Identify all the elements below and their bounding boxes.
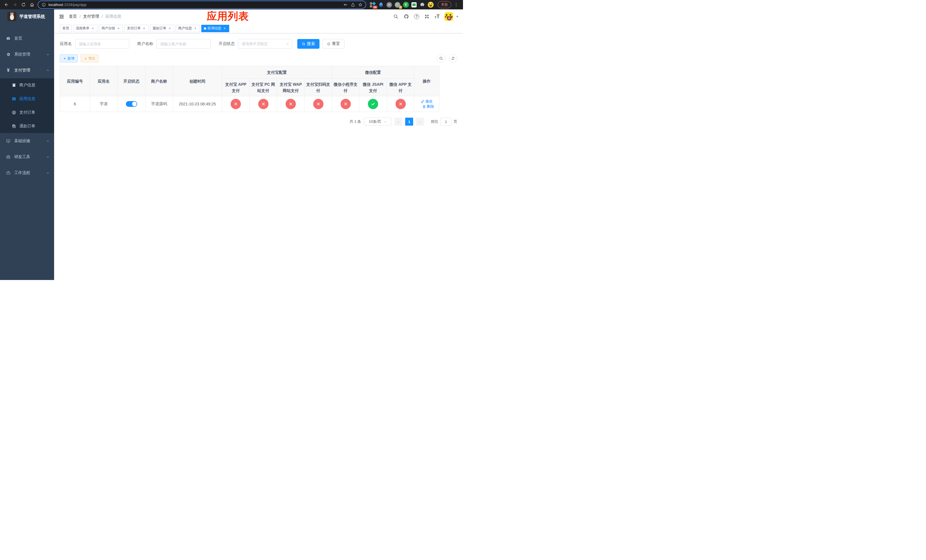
url-bar[interactable]: localhost:1024/pay/app [38,1,366,8]
browser-home-icon[interactable] [28,1,36,9]
col-header-alipay-wap: 支付宝 WAP 网站支付 [277,79,305,96]
next-page-button[interactable]: › [416,118,424,126]
tab-user-group[interactable]: 用户分组× [99,25,123,32]
font-size-icon[interactable]: TT [434,14,440,19]
fullscreen-icon[interactable] [424,14,430,20]
status-toggle[interactable] [126,101,137,107]
merchant-name-input[interactable] [157,39,211,49]
sidebar-item-payment[interactable]: ¥ 支付管理 [0,62,54,78]
pagination: 共 1 条 10条/页 ‹ 1 › 前往 页 [60,118,457,126]
trash-icon [422,105,426,109]
share-icon[interactable] [350,2,356,8]
close-icon[interactable]: × [193,26,197,30]
prev-page-button[interactable]: ‹ [394,118,402,126]
browser-reload-icon[interactable] [20,1,27,9]
yen-icon: ¥ [6,68,11,73]
close-icon[interactable]: × [142,26,146,30]
help-icon[interactable]: ? [414,14,419,19]
password-key-icon[interactable] [343,2,348,8]
tab-app-info[interactable]: 应用信息× [201,25,229,32]
search-button[interactable]: 搜索 [297,39,319,49]
page-number-button[interactable]: 1 [405,118,413,126]
user-avatar[interactable] [445,12,453,21]
browser-update-button[interactable]: 更新 [438,1,451,8]
close-icon[interactable]: × [91,26,95,30]
briefcase-icon [6,170,11,176]
page-content: 应用名 商户名称 开启状态 请选择开启状态 搜索 重置 [54,33,463,280]
col-header-wx-app: 微信 APP 支付 [387,79,414,96]
github-icon[interactable] [404,14,409,20]
chevron-down-icon [286,42,289,45]
refresh-icon [451,56,455,61]
col-group-alipay: 支付宝配置 [222,66,332,79]
sidebar-collapse-icon[interactable] [59,14,65,20]
sidebar-item-pay-order[interactable]: 支付订单 [0,106,54,120]
tab-home[interactable]: 首页 [60,25,72,32]
annotation-title: 应用列表 [207,10,249,23]
sidebar-item-dev-tools[interactable]: 研发工具 [0,149,54,165]
browser-back-icon[interactable] [2,1,10,9]
show-search-button[interactable] [437,54,445,63]
col-header-merchant: 商户名称 [145,66,173,96]
table-toolbar: 新增 导出 [60,54,457,63]
tab-merchant-info[interactable]: 商户信息× [176,25,200,32]
breadcrumb-payment[interactable]: 支付管理 [83,14,99,19]
sidebar-item-merchant-info[interactable]: 商户信息 [0,78,54,92]
status-select[interactable]: 请选择开启状态 [238,39,292,49]
reset-button[interactable]: 重置 [322,39,345,49]
close-icon[interactable]: × [168,26,172,30]
close-icon[interactable]: × [117,26,121,30]
app-name-label: 应用名 [60,41,72,47]
user-menu-caret-icon[interactable] [456,16,458,17]
extension-y-icon[interactable]: Y [402,2,409,8]
edit-button[interactable]: 修改 [421,99,433,104]
cell-created: 2021-10-23 08:49:25 [173,96,222,112]
breadcrumb-home[interactable]: 首页 [69,14,77,19]
page-size-select[interactable]: 10条/页 [364,118,392,126]
search-icon[interactable] [393,14,399,20]
merchant-name-label: 商户名称 [137,41,153,47]
close-icon[interactable]: × [223,26,227,30]
tab-process-form[interactable]: 流程表单× [73,25,97,32]
col-header-created: 创建时间 [173,66,222,96]
pagination-total: 共 1 条 [350,119,361,124]
extension-command-icon[interactable]: ⌘ [386,2,392,8]
chevron-down-icon [384,120,387,123]
extension-chat-icon[interactable] [411,2,417,8]
extensions-puzzle-icon[interactable] [419,2,425,8]
site-info-icon[interactable] [41,2,46,8]
cell-app-name: 芋道 [90,96,118,112]
sidebar-item-refund-order[interactable]: 退款订单 [0,120,54,133]
sidebar-item-workflow[interactable]: 工作流程 [0,165,54,181]
goto-page-input[interactable] [440,118,451,126]
extension-blocks-icon[interactable]: 10 [369,2,376,8]
app-name-input[interactable] [75,39,129,49]
col-header-actions: 操作 [414,66,439,96]
extension-badge: 10 [373,6,377,9]
extension-balloon-icon[interactable] [378,2,384,8]
tab-refund-order[interactable]: 退款订单× [150,25,174,32]
monitor-icon [6,138,11,144]
sidebar-item-app-info[interactable]: 应用信息 [0,92,54,106]
plus-icon [63,57,67,60]
browser-forward-icon[interactable] [11,1,19,9]
extension-recorder-icon[interactable]: 1 [394,2,401,8]
extensions-area: 10 ⌘ 1 Y [369,2,434,8]
tab-pay-order[interactable]: 支付订单× [124,25,149,32]
add-button[interactable]: 新增 [60,54,78,62]
profile-avatar-icon[interactable] [427,2,434,8]
browser-menu-icon[interactable]: ⋮ [454,2,459,8]
sidebar-item-system[interactable]: 系统管理 [0,47,54,62]
sidebar-item-infrastructure[interactable]: 基础设施 [0,133,54,149]
delete-button[interactable]: 删除 [422,104,434,109]
goto-label: 前往 [431,119,438,124]
status-label: 开启状态 [219,41,235,47]
chevron-down-icon [46,53,50,56]
disabled-cross-icon [231,99,241,109]
bookmark-star-icon[interactable] [358,2,363,8]
sidebar-logo[interactable]: 芋道管理系统 [0,9,54,24]
sidebar-item-home[interactable]: 首页 [0,30,54,47]
export-button[interactable]: 导出 [80,54,98,62]
col-header-app-id: 应用编号 [60,66,90,96]
refresh-table-button[interactable] [449,54,457,63]
